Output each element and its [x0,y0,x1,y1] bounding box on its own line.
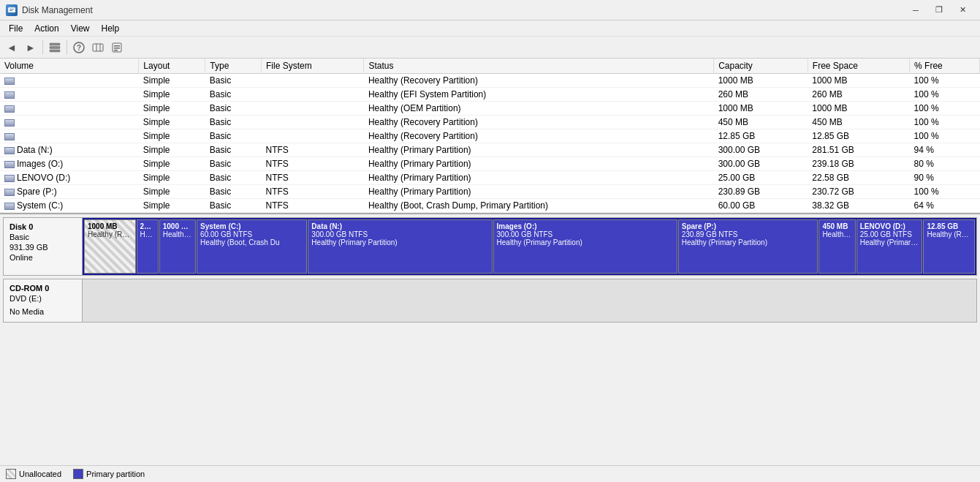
col-capacity: Capacity [714,59,808,74]
partition-oem[interactable]: 1000 MB Healthy (OEM [159,219,196,274]
disk-list-button[interactable] [46,39,64,56]
vol-icon [4,175,15,182]
vol-icon [4,189,15,196]
part-status: Healthy (Reco [88,230,132,238]
part-name: System (C:) [200,222,303,230]
svg-rect-13 [114,48,120,49]
menu-view[interactable]: View [65,22,96,35]
partition-spare-p[interactable]: Spare (P:) 230.89 GB NTFS Healthy (Prima… [678,219,818,274]
svg-text:?: ? [77,44,81,52]
partition-images-o[interactable]: Images (O:) 300.00 GB NTFS Healthy (Prim… [493,219,677,274]
part-status: Healthy (Primary Partition) [311,238,488,246]
partition-recovery-450[interactable]: 450 MB Healthy (Re [818,219,855,274]
cdrom0-name: CD-ROM 0 [10,284,76,293]
toolbar-separator-2 [67,40,67,55]
disk0-row: Disk 0 Basic 931.39 GB Online 1000 MB He… [3,217,977,276]
title-bar: Disk Management ─ ❒ ✕ [0,0,980,20]
svg-rect-0 [8,7,15,12]
part-size: 60.00 GB NTFS [200,230,303,238]
vol-icon [4,161,15,168]
title-bar-controls: ─ ❒ ✕ [904,3,974,18]
forward-button[interactable]: ► [22,39,39,56]
disk0-type: Basic [10,233,76,241]
table-row[interactable]: SimpleBasicHealthy (EFI System Partition… [0,88,980,102]
part-status: Healthy (Primary Parti [860,238,919,246]
part-name: Spare (P:) [682,222,815,230]
partition-button[interactable] [89,39,107,56]
disk0-size: 931.39 GB [10,243,76,252]
legend-primary: Primary partition [73,469,145,479]
part-size: 25.00 GB NTFS [860,230,919,238]
title-bar-left: Disk Management [6,4,93,16]
col-layout: Layout [139,59,205,74]
partition-table: Volume Layout Type File System Status Ca… [0,59,980,214]
disk-table: Volume Layout Type File System Status Ca… [0,59,980,213]
part-status: Healthy (EI [140,230,155,238]
part-name: LENOVO (D:) [860,222,919,230]
svg-rect-4 [50,46,60,48]
table-row[interactable]: LENOVO (D:)SimpleBasicNTFSHealthy (Prima… [0,171,980,185]
main-content: Volume Layout Type File System Status Ca… [0,59,980,465]
menu-file[interactable]: File [3,22,29,35]
vol-icon [4,119,15,127]
partition-lenovo-d[interactable]: LENOVO (D:) 25.00 GB NTFS Healthy (Prima… [856,219,923,274]
table-row[interactable]: SimpleBasicHealthy (Recovery Partition)1… [0,129,980,143]
menu-bar: File Action View Help [0,20,980,37]
disk0-info: Disk 0 Basic 931.39 GB Online [4,218,83,275]
part-size: 300.00 GB NTFS [311,230,488,238]
col-type: Type [205,59,262,74]
window-title: Disk Management [22,5,93,15]
help-button[interactable]: ? [70,39,88,56]
partition-efi[interactable]: 260 MB Healthy (EI [137,219,159,274]
part-status: Healthy (Recovery Pa [927,230,971,238]
part-status: Healthy (Primary Partition) [682,238,815,246]
part-size: 300.00 GB NTFS [497,230,674,238]
table-header: Volume Layout Type File System Status Ca… [0,59,980,74]
minimize-button[interactable]: ─ [904,3,927,18]
close-button[interactable]: ✕ [951,3,974,18]
legend-unalloc-box [6,469,16,479]
table-row[interactable]: Spare (P:)SimpleBasicNTFSHealthy (Primar… [0,185,980,199]
svg-rect-3 [50,43,60,45]
vol-icon [4,133,15,140]
svg-rect-5 [50,50,60,52]
vol-icon [4,78,15,85]
col-filesystem: File System [262,59,364,74]
part-name: 12.85 GB [927,222,971,230]
vol-icon [4,203,15,210]
restore-button[interactable]: ❒ [927,3,951,18]
svg-rect-1 [10,9,14,10]
vol-icon [4,105,15,113]
partition-recovery-12gb[interactable]: 12.85 GB Healthy (Recovery Pa [923,219,975,274]
app-icon [6,4,18,16]
vol-icon [4,91,15,99]
part-name: 1000 MB [88,222,132,230]
table-row[interactable]: Data (N:)SimpleBasicNTFSHealthy (Primary… [0,143,980,157]
table-row[interactable]: Images (O:)SimpleBasicNTFSHealthy (Prima… [0,157,980,171]
cdrom0-info: CD-ROM 0 DVD (E:) No Media [4,279,83,322]
partition-system-c[interactable]: System (C:) 60.00 GB NTFS Healthy (Boot,… [197,219,307,274]
menu-help[interactable]: Help [96,22,126,35]
svg-rect-12 [114,45,120,47]
partition-recovery1[interactable]: 1000 MB Healthy (Reco [84,219,136,274]
toolbar: ◄ ► ? [0,37,980,59]
table-row[interactable]: SimpleBasicHealthy (Recovery Partition)4… [0,116,980,129]
col-status: Status [364,59,714,74]
part-status: Healthy (Primary Partition) [497,238,674,246]
legend-primary-box [73,469,83,479]
table-row[interactable]: SimpleBasicHealthy (Recovery Partition)1… [0,74,980,88]
properties-button[interactable] [108,39,126,56]
col-freespace: Free Space [808,59,909,74]
partition-data-n[interactable]: Data (N:) 300.00 GB NTFS Healthy (Primar… [308,219,492,274]
col-volume: Volume [0,59,139,74]
disk-visual-section: Disk 0 Basic 931.39 GB Online 1000 MB He… [0,214,980,465]
disk0-name: Disk 0 [10,222,76,231]
svg-rect-14 [114,50,118,51]
svg-rect-2 [10,10,12,11]
table-row[interactable]: SimpleBasicHealthy (OEM Partition)1000 M… [0,102,980,116]
disk0-partitions: 1000 MB Healthy (Reco 260 MB Healthy (EI… [83,218,976,275]
part-size: 230.89 GB NTFS [682,230,815,238]
table-row[interactable]: System (C:)SimpleBasicNTFSHealthy (Boot,… [0,199,980,213]
menu-action[interactable]: Action [29,22,64,35]
back-button[interactable]: ◄ [3,39,20,56]
